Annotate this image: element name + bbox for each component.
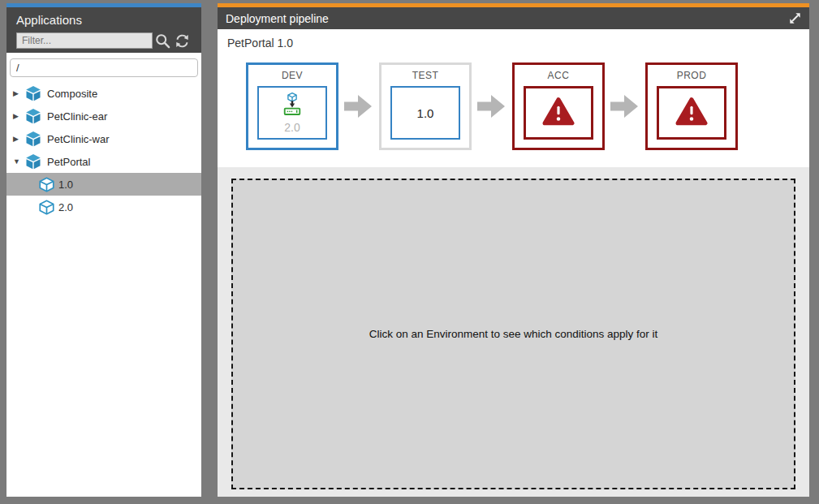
pipeline-subtitle: PetPortal 1.0	[218, 29, 809, 50]
tree-item-label: 1.0	[58, 179, 73, 191]
application-cube-icon	[25, 131, 41, 147]
tree-item-label: Composite	[47, 88, 97, 100]
workspace-background: Applications	[0, 0, 819, 504]
filter-input[interactable]	[16, 32, 153, 49]
stage-name: TEST	[412, 65, 439, 86]
tree-item-petclinic-war[interactable]: ▶ PetClinic-war	[6, 127, 201, 150]
tree-item-composite[interactable]: ▶ Composite	[6, 82, 201, 105]
warning-triangle-icon	[542, 97, 575, 129]
stage-name: ACC	[548, 65, 570, 86]
application-cube-icon	[25, 108, 41, 124]
tree-item-label: 2.0	[58, 201, 73, 213]
applications-header: Applications	[6, 7, 201, 53]
flow-arrow	[477, 93, 506, 120]
stages-row: DEV	[246, 62, 809, 150]
pipeline-panel-title: Deployment pipeline	[226, 12, 329, 25]
path-input[interactable]	[10, 58, 198, 77]
stage-prod-deployment	[657, 86, 726, 140]
flow-arrow	[344, 93, 373, 120]
application-cube-icon	[25, 85, 41, 101]
conditions-section: Click on an Environment to see which con…	[218, 167, 809, 497]
applications-tree: ▶ Composite ▶	[6, 82, 201, 218]
stage-acc[interactable]: ACC	[512, 62, 605, 150]
deployment-pipeline-panel: Deployment pipeline PetPortal 1.0 DEV	[218, 3, 809, 497]
stage-prod[interactable]: PROD	[645, 62, 738, 150]
stage-name: PROD	[677, 65, 707, 86]
deployed-version: 1.0	[417, 106, 434, 120]
warning-triangle-icon	[675, 97, 708, 129]
flow-arrow	[610, 93, 640, 120]
tree-item-label: PetClinic-war	[47, 133, 110, 145]
applications-panel: Applications	[6, 3, 201, 497]
search-icon[interactable]	[153, 31, 172, 50]
stage-name: DEV	[282, 65, 303, 86]
applications-tree-container: ▶ Composite ▶	[6, 53, 201, 497]
deploying-version: 2.0	[284, 121, 300, 134]
expander-collapsed-icon[interactable]: ▶	[13, 135, 25, 143]
deployment-in-progress-icon	[282, 92, 303, 120]
conditions-message: Click on an Environment to see which con…	[369, 328, 658, 340]
filter-row	[6, 31, 201, 50]
version-cube-icon	[39, 177, 54, 192]
version-cube-icon	[39, 200, 54, 215]
pipeline-stages-section: PetPortal 1.0 DEV	[218, 29, 809, 167]
stage-test-deployment: 1.0	[390, 86, 460, 140]
tree-item-label: PetClinic-ear	[47, 110, 107, 123]
pipeline-header: Deployment pipeline	[218, 7, 809, 29]
tree-item-petportal-2.0[interactable]: 2.0	[6, 196, 201, 218]
expander-expanded-icon[interactable]: ▼	[13, 157, 25, 166]
tree-item-label: PetPortal	[47, 156, 90, 168]
expander-collapsed-icon[interactable]: ▶	[13, 89, 25, 97]
conditions-placeholder-box: Click on an Environment to see which con…	[231, 179, 795, 489]
stage-dev-deployment: 2.0	[257, 86, 327, 140]
stage-dev[interactable]: DEV	[246, 62, 338, 150]
stage-test[interactable]: TEST 1.0	[379, 62, 472, 150]
application-cube-icon	[25, 153, 41, 170]
applications-panel-title: Applications	[6, 7, 201, 31]
tree-item-petportal[interactable]: ▼ PetPortal	[6, 150, 201, 173]
refresh-icon[interactable]	[172, 31, 192, 50]
tree-item-petclinic-ear[interactable]: ▶ PetClinic-ear	[6, 105, 201, 127]
tree-item-petportal-1.0[interactable]: 1.0	[6, 173, 201, 196]
maximize-icon[interactable]	[789, 12, 801, 24]
stage-acc-deployment	[524, 86, 593, 140]
expander-collapsed-icon[interactable]: ▶	[13, 112, 25, 120]
